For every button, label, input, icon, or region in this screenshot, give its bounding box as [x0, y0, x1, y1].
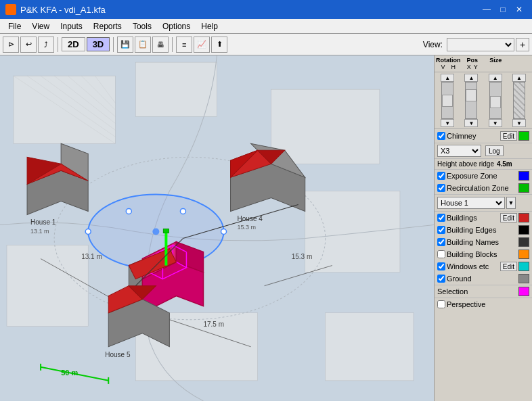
building-edges-color: [518, 225, 529, 235]
toolbar-btn-2[interactable]: ↩: [20, 37, 37, 53]
x-up-btn[interactable]: ▲: [489, 74, 502, 82]
height-value: 4.5m: [497, 160, 512, 168]
house-arrow-button[interactable]: ▼: [506, 197, 516, 209]
minimize-button[interactable]: —: [479, 3, 494, 16]
building-names-label: Building Names: [447, 238, 517, 246]
buildings-color: [518, 213, 529, 222]
toolbar-copy-btn[interactable]: 📋: [135, 37, 151, 53]
svg-point-45: [126, 208, 131, 214]
svg-text:15.3 m: 15.3 m: [292, 253, 313, 260]
exposure-zone-color: [518, 171, 529, 181]
title-text: P&K KFA - vdi_A1.kfa: [20, 5, 106, 15]
windows-etc-checkbox[interactable]: [437, 262, 445, 270]
size-down-btn[interactable]: ▼: [512, 119, 526, 127]
maximize-button[interactable]: □: [495, 3, 510, 16]
viewport[interactable]: 50 m House 1 13.1 m: [0, 55, 434, 401]
svg-point-44: [152, 229, 159, 235]
size-label: Size: [484, 57, 508, 64]
house-select[interactable]: House 1 House 2 House 3 House 4 House 5: [437, 197, 505, 209]
buildings-checkbox[interactable]: [437, 214, 445, 222]
log-button[interactable]: Log: [485, 145, 504, 156]
menu-help[interactable]: Help: [196, 20, 223, 32]
building-blocks-checkbox[interactable]: [437, 250, 445, 258]
rotation-label: Rotation: [436, 57, 461, 64]
menubar: File View Inputs Reports Tools Options H…: [0, 19, 532, 34]
svg-text:House 5: House 5: [105, 351, 131, 358]
windows-etc-edit-button[interactable]: Edit: [500, 262, 517, 271]
selection-label: Selection: [437, 287, 517, 296]
svg-text:50 m: 50 m: [61, 369, 78, 377]
svg-text:13.1 m: 13.1 m: [81, 253, 102, 260]
building-names-color: [518, 237, 529, 247]
ground-label: Ground: [447, 275, 517, 283]
h-up-btn[interactable]: ▲: [464, 74, 478, 82]
perspective-checkbox[interactable]: [437, 300, 445, 308]
ground-color: [518, 274, 529, 283]
building-names-checkbox[interactable]: [437, 238, 445, 246]
recirculation-zone-color: [518, 183, 529, 193]
view-add-button[interactable]: +: [516, 38, 529, 51]
svg-text:13.1 m: 13.1 m: [30, 228, 49, 235]
v-up-btn[interactable]: ▲: [441, 74, 454, 82]
svg-point-47: [85, 229, 91, 235]
building-blocks-color: [518, 250, 529, 259]
selection-color: [518, 287, 529, 296]
pos-label: Pos: [461, 57, 485, 64]
chimney-checkbox[interactable]: [437, 132, 445, 140]
v-down-btn[interactable]: ▼: [441, 119, 454, 127]
svg-rect-43: [163, 229, 169, 233]
chimney-label: Chimney: [447, 132, 499, 140]
menu-file[interactable]: File: [3, 20, 26, 32]
toolbar-btn-3[interactable]: ⤴: [38, 37, 54, 53]
recirculation-zone-checkbox[interactable]: [437, 184, 445, 192]
building-blocks-label: Building Blocks: [447, 250, 517, 258]
view-label: View:: [423, 40, 445, 49]
height-label: Height above ridge: [437, 160, 494, 168]
x-down-btn[interactable]: ▼: [489, 119, 502, 127]
svg-text:House 4: House 4: [238, 215, 263, 222]
menu-reports[interactable]: Reports: [88, 20, 127, 32]
toolbar-chart-btn[interactable]: 📈: [194, 37, 210, 53]
recirculation-zone-label: Recirculation Zone: [447, 184, 517, 192]
perspective-label: Perspective: [447, 300, 529, 308]
toolbar-sep-2: [113, 37, 114, 52]
windows-etc-color: [518, 262, 529, 271]
menu-inputs[interactable]: Inputs: [55, 20, 88, 32]
svg-rect-7: [326, 313, 414, 381]
svg-point-48: [221, 229, 227, 235]
svg-point-46: [180, 208, 185, 214]
menu-view[interactable]: View: [26, 20, 55, 32]
svg-text:House 1: House 1: [30, 218, 56, 226]
svg-rect-4: [305, 191, 400, 272]
mode-2d-button[interactable]: 2D: [62, 37, 85, 51]
building-edges-label: Building Edges: [447, 226, 517, 234]
x3-select[interactable]: X3: [437, 145, 481, 157]
toolbar-btn-1[interactable]: ⊳: [3, 37, 19, 53]
view-select[interactable]: [447, 38, 514, 51]
h-down-btn[interactable]: ▼: [464, 119, 478, 127]
scene-svg: 50 m House 1 13.1 m: [0, 55, 434, 401]
menu-tools[interactable]: Tools: [127, 20, 157, 32]
svg-text:15.3 m: 15.3 m: [238, 225, 257, 231]
chimney-edit-button[interactable]: Edit: [500, 131, 517, 141]
mode-3d-button[interactable]: 3D: [87, 37, 110, 51]
size-up-btn[interactable]: ▲: [512, 74, 526, 82]
toolbar-save-btn[interactable]: 💾: [117, 37, 133, 53]
building-edges-checkbox[interactable]: [437, 226, 445, 234]
right-panel: Rotation V H Pos X Y Size ▲: [434, 55, 532, 401]
svg-rect-5: [7, 245, 88, 327]
menu-options[interactable]: Options: [157, 20, 196, 32]
buildings-edit-button[interactable]: Edit: [500, 213, 517, 222]
toolbar-sep-1: [58, 37, 58, 52]
exposure-zone-checkbox[interactable]: [437, 172, 445, 180]
svg-text:17.5 m: 17.5 m: [203, 321, 224, 328]
toolbar-print-btn[interactable]: 🖶: [152, 37, 169, 53]
main-area: 50 m House 1 13.1 m: [0, 55, 532, 401]
toolbar: ⊳ ↩ ⤴ 2D 3D 💾 📋 🖶 ≡ 📈 ⬆ View: +: [0, 34, 532, 55]
toolbar-list-btn[interactable]: ≡: [176, 37, 192, 53]
app-icon: [5, 4, 16, 15]
ground-checkbox[interactable]: [437, 275, 445, 283]
toolbar-export-btn[interactable]: ⬆: [211, 37, 227, 53]
svg-rect-2: [135, 62, 217, 116]
close-button[interactable]: ✕: [512, 3, 527, 16]
